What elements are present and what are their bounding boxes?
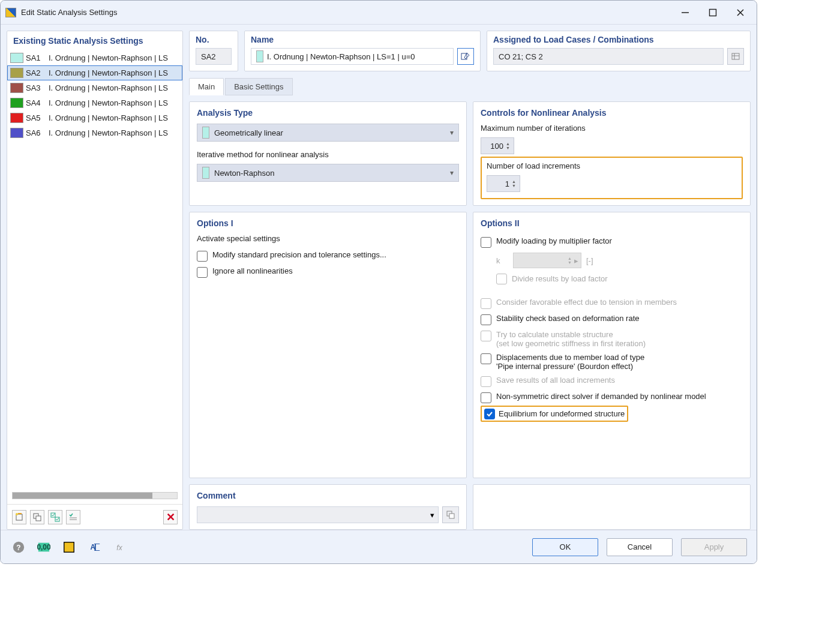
delete-button[interactable]: ✕ <box>163 510 178 524</box>
name-text: I. Ordnung | Newton-Raphson | LS=1 | u=0 <box>267 52 415 61</box>
row-swatch <box>10 113 23 123</box>
load-increments-highlight: Number of load increments 1▲▼ <box>481 157 743 199</box>
side-header: Existing Static Analysis Settings <box>7 31 182 50</box>
close-button[interactable] <box>736 8 745 17</box>
chevron-down-icon: ▾ <box>430 511 434 520</box>
empty-panel <box>473 484 751 530</box>
settings-row-sa5[interactable]: SA5I. Ordnung | Newton-Raphson | LS <box>7 110 182 125</box>
settings-row-sa2[interactable]: SA2I. Ordnung | Newton-Raphson | LS <box>7 65 182 80</box>
chevron-down-icon: ▾ <box>450 128 454 137</box>
row-swatch <box>10 68 23 78</box>
modify-precision-label: Modify standard precision and tolerance … <box>212 250 386 259</box>
row-swatch <box>10 128 23 138</box>
assigned-picker-button[interactable] <box>727 48 744 65</box>
row-desc: I. Ordnung | Newton-Raphson | LS <box>49 128 168 137</box>
settings-row-sa1[interactable]: SA1I. Ordnung | Newton-Raphson | LS <box>7 50 182 65</box>
svg-rect-8 <box>36 516 41 521</box>
svg-text:?: ? <box>16 543 20 551</box>
analysis-type-combo[interactable]: Geometrically linear ▾ <box>197 124 459 142</box>
maximize-button[interactable] <box>709 8 717 17</box>
comment-copy-button[interactable] <box>442 506 459 523</box>
units-icon[interactable]: 0,00 <box>35 539 52 556</box>
iter-method-combo[interactable]: Newton-Raphson ▾ <box>197 164 459 182</box>
duplicate-button[interactable] <box>30 510 44 524</box>
load-incr-value: 1 <box>491 179 512 188</box>
equilibrium-label: Equilibrium for undeformed structure <box>499 409 625 418</box>
analysis-type-value: Geometrically linear <box>214 128 450 137</box>
save-results-checkbox <box>481 376 491 387</box>
check-all-button[interactable] <box>48 510 62 524</box>
row-id: SA5 <box>26 113 46 122</box>
label-icon[interactable]: A <box>86 539 103 556</box>
body-area: Existing Static Analysis Settings SA1I. … <box>1 25 757 530</box>
max-iter-spinner[interactable]: 100▲▼ <box>481 137 514 154</box>
spinner-arrows-icon: ▲▼ <box>568 256 572 265</box>
svg-point-6 <box>16 513 18 515</box>
footer: ? 0,00 A fx OK Cancel Apply <box>1 530 757 563</box>
equilibrium-checkbox[interactable] <box>484 409 495 419</box>
svg-rect-18 <box>449 514 454 518</box>
row-swatch <box>10 98 23 108</box>
nonsym-solver-checkbox[interactable] <box>481 392 491 403</box>
svg-rect-23 <box>64 542 74 552</box>
modify-precision-checkbox[interactable] <box>197 251 208 262</box>
comment-title: Comment <box>197 491 459 500</box>
cancel-button[interactable]: Cancel <box>607 538 673 556</box>
ignore-nonlinearities-checkbox[interactable] <box>197 267 208 278</box>
rename-button[interactable] <box>457 48 474 65</box>
iter-method-label: Iterative method for nonlinear analysis <box>197 150 459 159</box>
load-incr-label: Number of load increments <box>487 161 737 170</box>
displacements-pipe-label1: Displacements due to member load of type <box>496 353 644 362</box>
combo-swatch <box>202 167 209 179</box>
no-value: SA2 <box>196 48 232 65</box>
options1-title: Options I <box>197 218 459 228</box>
try-unstable-checkbox <box>481 331 491 341</box>
main-panel: No. SA2 Name I. Ordnung | Newton-Raphson… <box>189 31 751 530</box>
name-input[interactable]: I. Ordnung | Newton-Raphson | LS=1 | u=0 <box>251 48 454 65</box>
row-swatch <box>10 53 23 63</box>
minimize-button[interactable] <box>681 8 689 17</box>
displacements-pipe-checkbox[interactable] <box>481 353 491 364</box>
stability-check-checkbox[interactable] <box>481 314 491 325</box>
nonsym-solver-label: Non-symmetric direct solver if demanded … <box>496 392 706 401</box>
equilibrium-highlight: Equilibrium for undeformed structure <box>481 406 628 422</box>
spinner-arrows-icon: ▲▼ <box>512 179 516 188</box>
help-icon[interactable]: ? <box>10 539 27 556</box>
app-icon <box>5 8 16 17</box>
new-button[interactable] <box>12 510 26 524</box>
tab-basic-settings[interactable]: Basic Settings <box>225 78 292 95</box>
row-desc: I. Ordnung | Newton-Raphson | LS <box>49 83 168 92</box>
settings-list[interactable]: SA1I. Ordnung | Newton-Raphson | LSSA2I.… <box>7 50 182 487</box>
divide-results-label: Divide results by load factor <box>512 274 608 283</box>
max-iter-value: 100 <box>485 142 506 151</box>
titlebar: Edit Static Analysis Settings <box>1 1 757 25</box>
assigned-group: Assigned to Load Cases / Combinations CO… <box>487 31 751 71</box>
max-iter-label: Maximum number of iterations <box>481 124 743 133</box>
no-group: No. SA2 <box>189 31 238 71</box>
comment-panel: Comment ▾ <box>189 484 467 530</box>
try-unstable-label: Try to calculate unstable structure <box>496 330 613 339</box>
tab-main[interactable]: Main <box>189 78 224 95</box>
load-incr-spinner[interactable]: 1▲▼ <box>487 175 520 192</box>
assigned-value: CO 21; CS 2 <box>493 48 724 65</box>
row-desc: I. Ordnung | Newton-Raphson | LS <box>49 113 168 122</box>
options2-title: Options II <box>481 218 743 228</box>
save-results-label: Save results of all load increments <box>496 376 615 385</box>
name-group: Name I. Ordnung | Newton-Raphson | LS=1 … <box>244 31 481 71</box>
settings-row-sa6[interactable]: SA6I. Ordnung | Newton-Raphson | LS <box>7 125 182 140</box>
row-id: SA2 <box>26 68 46 77</box>
k-input: ▲▼▸ <box>513 253 581 268</box>
horizontal-scrollbar[interactable] <box>12 492 178 499</box>
fx-icon[interactable]: fx <box>111 539 128 556</box>
settings-row-sa4[interactable]: SA4I. Ordnung | Newton-Raphson | LS <box>7 95 182 110</box>
assigned-label: Assigned to Load Cases / Combinations <box>493 35 744 44</box>
settings-row-sa3[interactable]: SA3I. Ordnung | Newton-Raphson | LS <box>7 80 182 95</box>
ok-button[interactable]: OK <box>532 538 598 556</box>
window-controls <box>681 8 752 17</box>
check-list-button[interactable] <box>66 510 80 524</box>
modify-multiplier-checkbox[interactable] <box>481 237 491 248</box>
analysis-type-title: Analysis Type <box>197 108 459 118</box>
svg-rect-14 <box>732 53 739 59</box>
color-icon[interactable] <box>61 539 77 556</box>
comment-combo[interactable]: ▾ <box>197 506 439 523</box>
